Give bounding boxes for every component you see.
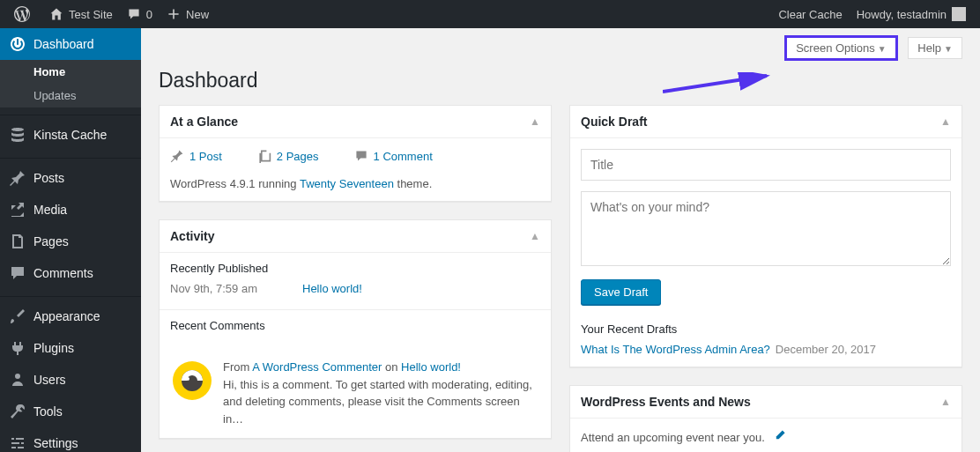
comment-icon xyxy=(354,149,368,163)
sidebar-item-plugins[interactable]: Plugins xyxy=(0,332,141,364)
sidebar-item-settings[interactable]: Settings xyxy=(0,427,141,452)
user-icon xyxy=(9,371,26,389)
sidebar-item-label: Kinsta Cache xyxy=(33,128,107,142)
draft-title-input[interactable] xyxy=(581,149,951,181)
comments-link[interactable]: 0 xyxy=(120,0,160,28)
sidebar-item-pages[interactable]: Pages xyxy=(0,226,141,257)
events-news-widget: WordPress Events and News ▲ Attend an up… xyxy=(569,385,962,452)
svg-point-3 xyxy=(186,377,189,381)
theme-link[interactable]: Twenty Seventeen xyxy=(300,177,394,190)
dashboard-submenu: Home Updates xyxy=(0,60,141,107)
sidebar-item-label: Plugins xyxy=(33,341,74,355)
pin-icon xyxy=(170,149,184,163)
comment-text: Hi, this is a comment. To get started wi… xyxy=(223,378,532,426)
sidebar-item-media[interactable]: Media xyxy=(0,194,141,226)
screen-options-button[interactable]: Screen Options▼ xyxy=(784,35,898,61)
widget-title: Quick Draft xyxy=(581,115,940,129)
sidebar-item-label: Posts xyxy=(33,171,64,185)
save-draft-button[interactable]: Save Draft xyxy=(581,279,661,305)
wrench-icon xyxy=(9,403,26,420)
comments-icon xyxy=(127,7,141,21)
avatar xyxy=(952,7,966,21)
caret-down-icon: ▼ xyxy=(878,44,887,54)
pin-icon xyxy=(9,169,26,187)
sliders-icon xyxy=(9,434,26,452)
sidebar-item-label: Appearance xyxy=(33,309,100,323)
toggle-widget-icon[interactable]: ▲ xyxy=(530,230,540,242)
wp-version-text: WordPress 4.9.1 running Twenty Seventeen… xyxy=(170,172,540,190)
activity-widget: Activity ▲ Recently Published Nov 9th, 7… xyxy=(159,219,552,439)
widget-title: Activity xyxy=(170,229,530,243)
sidebar-item-users[interactable]: Users xyxy=(0,364,141,396)
sidebar-item-appearance[interactable]: Appearance xyxy=(0,300,141,332)
dashboard-icon xyxy=(9,35,26,53)
publish-date: Nov 9th, 7:59 am xyxy=(170,282,302,295)
at-a-glance-widget: At a Glance ▲ 1 Post 2 Pages 1 Comment W… xyxy=(159,105,552,202)
recent-drafts-heading: Your Recent Drafts xyxy=(581,322,951,336)
howdy-label: Howdy, testadmin xyxy=(857,8,947,21)
help-button[interactable]: Help▼ xyxy=(908,37,962,59)
toggle-widget-icon[interactable]: ▲ xyxy=(940,115,951,128)
draft-link[interactable]: What Is The WordPress Admin Area? xyxy=(581,343,770,356)
sidebar-item-home[interactable]: Home xyxy=(0,60,141,84)
sidebar-item-label: Users xyxy=(33,373,66,387)
sidebar-item-tools[interactable]: Tools xyxy=(0,396,141,427)
new-label: New xyxy=(186,8,209,21)
page-title: Dashboard xyxy=(159,61,962,105)
account-link[interactable]: Howdy, testadmin xyxy=(850,0,973,28)
clear-cache-label: Clear Cache xyxy=(778,8,842,21)
admin-toolbar: Test Site 0 New Clear Cache Howdy, testa… xyxy=(0,0,980,28)
main-content: Screen Options▼ Help▼ Dashboard At a Gla… xyxy=(141,28,980,452)
plus-icon xyxy=(167,7,181,21)
new-content-link[interactable]: New xyxy=(160,0,216,28)
draft-date: December 20, 2017 xyxy=(776,343,876,356)
wp-logo[interactable] xyxy=(7,0,42,28)
comments-count: 0 xyxy=(146,8,152,21)
pages-count-link[interactable]: 2 Pages xyxy=(257,149,319,163)
database-icon xyxy=(9,126,26,144)
sidebar-item-comments[interactable]: Comments xyxy=(0,257,141,289)
page-icon xyxy=(9,233,26,250)
sidebar-item-updates[interactable]: Updates xyxy=(0,84,141,107)
posts-count-link[interactable]: 1 Post xyxy=(170,149,222,163)
sidebar-item-label: Tools xyxy=(33,404,63,419)
sidebar-item-label: Media xyxy=(33,203,67,217)
post-link[interactable]: Hello world! xyxy=(302,282,362,295)
draft-content-textarea[interactable] xyxy=(581,191,951,266)
widget-title: At a Glance xyxy=(170,115,530,129)
sidebar-item-dashboard[interactable]: Dashboard xyxy=(0,28,141,60)
edit-location-button[interactable] xyxy=(774,431,786,444)
sidebar-item-label: Pages xyxy=(33,234,69,248)
screen-meta-tabs: Screen Options▼ Help▼ xyxy=(159,28,962,61)
events-attend-text: Attend an upcoming event near you. xyxy=(581,431,765,444)
comment-author-link[interactable]: A WordPress Commenter xyxy=(252,360,382,374)
sidebar-item-label: Dashboard xyxy=(33,37,94,51)
comment-icon xyxy=(9,264,26,282)
comments-count-link[interactable]: 1 Comment xyxy=(354,149,433,163)
plug-icon xyxy=(9,339,26,357)
comment-item: From A WordPress Commenter on Hello worl… xyxy=(160,348,551,438)
recently-published-heading: Recently Published xyxy=(170,262,540,275)
home-icon xyxy=(49,7,63,21)
widget-title: WordPress Events and News xyxy=(581,395,940,409)
sidebar-item-label: Comments xyxy=(33,266,93,280)
site-name-label: Test Site xyxy=(69,8,113,21)
recent-comments-heading: Recent Comments xyxy=(170,319,540,332)
brush-icon xyxy=(9,308,26,325)
sidebar-item-posts[interactable]: Posts xyxy=(0,162,141,194)
toggle-widget-icon[interactable]: ▲ xyxy=(940,396,951,408)
toggle-widget-icon[interactable]: ▲ xyxy=(530,115,540,128)
sidebar-item-label: Settings xyxy=(33,436,78,450)
pages-icon xyxy=(257,149,271,163)
comment-post-link[interactable]: Hello world! xyxy=(401,360,461,374)
gravatar-icon xyxy=(170,359,214,403)
quick-draft-widget: Quick Draft ▲ Save Draft Your Recent Dra… xyxy=(569,105,962,367)
clear-cache-link[interactable]: Clear Cache xyxy=(771,0,849,28)
caret-down-icon: ▼ xyxy=(944,44,953,54)
sidebar-item-kinsta-cache[interactable]: Kinsta Cache xyxy=(0,119,141,151)
wordpress-icon xyxy=(14,6,30,22)
site-name-link[interactable]: Test Site xyxy=(42,0,120,28)
media-icon xyxy=(9,201,26,219)
admin-sidebar: Dashboard Home Updates Kinsta Cache Post… xyxy=(0,28,141,452)
